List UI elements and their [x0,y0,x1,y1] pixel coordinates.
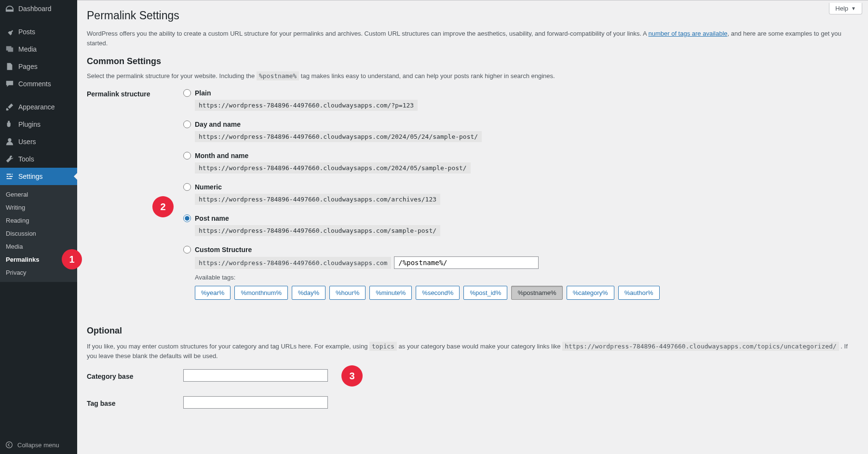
common-settings-desc: Select the permalink structure for your … [87,72,858,80]
annotation-2: 2 [152,196,174,217]
sidebar-item-posts[interactable]: Posts [0,23,77,40]
chevron-down-icon: ▼ [851,6,856,11]
annotation-3: 3 [341,365,363,387]
tag-monthnum-button[interactable]: %monthnum% [234,286,288,300]
permalink-structure-label: Permalink structure [87,89,183,98]
tag-year-button[interactable]: %year% [195,286,231,300]
wrench-icon [5,154,14,164]
tag-postid-button[interactable]: %post_id% [463,286,507,300]
pin-icon [5,27,14,37]
comment-icon [5,79,14,89]
opt-code-topics: topics [369,342,397,351]
sidebar-item-settings[interactable]: Settings [0,168,77,185]
tag-base-label: Tag base [87,398,183,407]
sidebar-label: Comments [18,80,51,88]
submenu-permalinks[interactable]: Permalinks 1 [0,253,77,266]
submenu-reading[interactable]: Reading [0,214,77,227]
svg-rect-1 [7,174,11,175]
tag-second-button[interactable]: %second% [416,286,460,300]
sidebar-item-media[interactable]: Media [0,40,77,58]
collapse-menu-button[interactable]: Collapse menu [0,436,77,454]
tag-day-button[interactable]: %day% [292,286,326,300]
radio-month-name[interactable] [183,152,191,160]
opt-d2: as your category base would make your ca… [399,343,563,350]
radio-day-name[interactable] [183,120,191,128]
settings-submenu: General Writing Reading Discussion Media… [0,185,77,282]
radio-custom[interactable] [183,246,191,254]
radio-post-name[interactable] [183,214,191,222]
media-icon [5,44,14,54]
radio-plain[interactable] [183,89,191,97]
sidebar-item-users[interactable]: Users [0,133,77,150]
submenu-general[interactable]: General [0,188,77,201]
custom-structure-input[interactable] [394,256,539,269]
radio-label[interactable]: Month and name [195,152,248,160]
submenu-privacy[interactable]: Privacy [0,266,77,279]
sidebar-label: Appearance [18,103,55,111]
sidebar-label: Plugins [18,120,41,128]
sidebar-label: Users [18,138,36,146]
sidebar-item-comments[interactable]: Comments [0,75,77,93]
url-example-plain: https://wordpress-784896-4497660.cloudwa… [195,100,418,111]
sidebar-item-tools[interactable]: Tools [0,150,77,168]
svg-rect-4 [9,176,13,177]
common-settings-heading: Common Settings [87,56,858,67]
tag-category-button[interactable]: %category% [567,286,614,300]
svg-point-0 [8,138,11,142]
collapse-icon [5,441,14,449]
tag-hour-button[interactable]: %hour% [329,286,366,300]
page-title: Permalink Settings [87,9,858,22]
sidebar-item-dashboard[interactable]: Dashboard [0,0,77,17]
permalink-option-numeric: Numeric https://wordpress-784896-4497660… [183,183,858,205]
help-label: Help [835,5,848,12]
page-icon [5,62,14,71]
submenu-discussion[interactable]: Discussion [0,227,77,240]
desc-after: tag makes links easy to understand, and … [301,72,555,80]
submenu-label: Permalinks [6,256,39,263]
sidebar-label: Settings [18,173,43,180]
available-tags-label: Available tags: [195,274,858,281]
permalink-option-month-name: Month and name https://wordpress-784896-… [183,152,858,174]
url-example-day: https://wordpress-784896-4497660.cloudwa… [195,131,482,142]
plug-icon [5,120,14,129]
settings-icon [5,172,14,181]
radio-label[interactable]: Numeric [195,183,222,191]
sidebar-item-plugins[interactable]: Plugins [0,116,77,133]
svg-rect-5 [7,178,12,179]
category-base-input[interactable] [183,369,328,382]
opt-d1: If you like, you may enter custom struct… [87,343,369,350]
desc-before: Select the permalink structure for your … [87,72,257,80]
postname-code: %postname% [257,71,299,80]
sidebar-label: Media [18,45,37,53]
tags-link[interactable]: number of tags are available [648,30,727,37]
intro-text: WordPress offers you the ability to crea… [87,29,858,48]
sidebar-label: Pages [18,63,38,70]
tag-author-button[interactable]: %author% [618,286,660,300]
opt-code-url: https://wordpress-784896-4497660.cloudwa… [562,342,839,351]
intro-before: WordPress offers you the ability to crea… [87,30,648,37]
radio-numeric[interactable] [183,183,191,191]
radio-label[interactable]: Post name [195,214,229,222]
category-base-label: Category base [87,371,183,380]
radio-label[interactable]: Plain [195,89,211,97]
tag-base-input[interactable] [183,396,328,409]
sidebar-item-pages[interactable]: Pages [0,58,77,75]
tag-postname-button[interactable]: %postname% [511,286,562,300]
sidebar-item-appearance[interactable]: Appearance [0,98,77,116]
main-content: Help ▼ Permalink Settings WordPress offe… [77,0,868,454]
custom-url-prefix: https://wordpress-784896-4497660.cloudwa… [195,257,391,269]
svg-rect-3 [7,176,9,177]
url-example-postname: https://wordpress-784896-4497660.cloudwa… [195,225,440,236]
brush-icon [5,102,14,112]
permalink-option-plain: Plain https://wordpress-784896-4497660.c… [183,89,858,111]
permalink-option-post-name: Post name https://wordpress-784896-44976… [183,214,858,236]
permalink-option-custom: Custom Structure https://wordpress-78489… [183,246,858,300]
radio-label[interactable]: Day and name [195,120,241,128]
tag-minute-button[interactable]: %minute% [369,286,412,300]
admin-sidebar: Dashboard Posts Media Pages Comments App… [0,0,77,454]
help-button[interactable]: Help ▼ [829,3,862,14]
radio-label[interactable]: Custom Structure [195,246,252,254]
submenu-writing[interactable]: Writing [0,201,77,214]
dashboard-icon [5,4,14,13]
sidebar-label: Tools [18,155,34,163]
